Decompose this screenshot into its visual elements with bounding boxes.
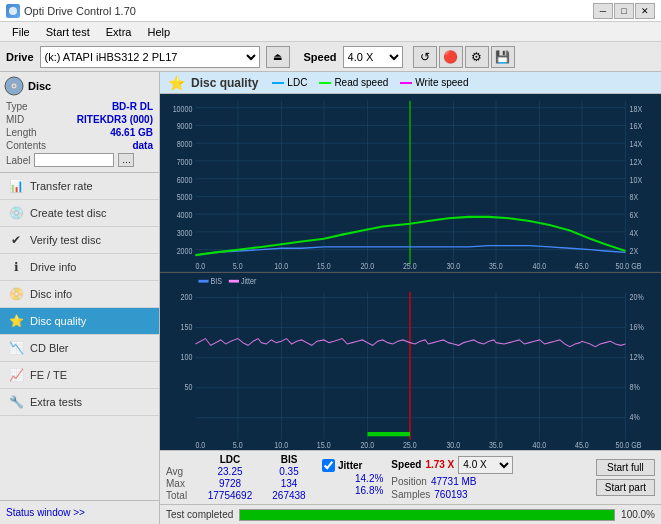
- svg-text:10.0: 10.0: [274, 260, 288, 271]
- close-button[interactable]: ✕: [635, 3, 655, 19]
- nav-disc-info-label: Disc info: [30, 288, 72, 300]
- minimize-button[interactable]: ─: [593, 3, 613, 19]
- nav-items: 📊 Transfer rate 💿 Create test disc ✔ Ver…: [0, 173, 159, 500]
- svg-text:8X: 8X: [630, 191, 639, 202]
- svg-text:5.0: 5.0: [233, 438, 243, 449]
- nav-disc-info[interactable]: 📀 Disc info: [0, 281, 159, 308]
- nav-drive-info[interactable]: ℹ Drive info: [0, 254, 159, 281]
- svg-text:7000: 7000: [177, 156, 193, 167]
- nav-transfer-rate-label: Transfer rate: [30, 180, 93, 192]
- disc-quality-icon: ⭐: [8, 313, 24, 329]
- menu-help[interactable]: Help: [139, 24, 178, 40]
- nav-extra-tests-label: Extra tests: [30, 396, 82, 408]
- total-row: Total 17754692 267438: [166, 490, 314, 501]
- samples-value: 760193: [434, 489, 467, 500]
- fe-te-icon: 📈: [8, 367, 24, 383]
- maximize-button[interactable]: □: [614, 3, 634, 19]
- extra-tests-icon: 🔧: [8, 394, 24, 410]
- label-browse-button[interactable]: …: [118, 153, 134, 167]
- svg-text:0.0: 0.0: [195, 438, 205, 449]
- disc-label-label: Label: [6, 155, 30, 166]
- drive-info-icon: ℹ: [8, 259, 24, 275]
- drive-select[interactable]: (k:) ATAPI iHBS312 2 PL17: [40, 46, 260, 68]
- svg-text:12%: 12%: [630, 351, 645, 362]
- max-bis: 134: [264, 478, 314, 489]
- speed-value: 1.73 X: [425, 459, 454, 470]
- svg-text:5.0: 5.0: [233, 260, 243, 271]
- disc-label-input[interactable]: [34, 153, 114, 167]
- legend-write-speed: Write speed: [400, 77, 468, 88]
- chart2-bis-jitter: BIS Jitter: [160, 273, 661, 451]
- drivebar: Drive (k:) ATAPI iHBS312 2 PL17 ⏏ Speed …: [0, 42, 661, 72]
- svg-text:14X: 14X: [630, 138, 643, 149]
- svg-text:20.0: 20.0: [360, 438, 374, 449]
- speed-row: Speed 1.73 X 4.0 X: [391, 456, 588, 474]
- total-label: Total: [166, 490, 196, 501]
- max-ldc: 9728: [200, 478, 260, 489]
- chart-legend: LDC Read speed Write speed: [272, 77, 468, 88]
- legend-read-dot: [319, 82, 331, 84]
- content-header: ⭐ Disc quality LDC Read speed Write spee…: [160, 72, 661, 94]
- start-full-button[interactable]: Start full: [596, 459, 655, 476]
- jitter-checkbox[interactable]: [322, 459, 335, 472]
- svg-text:40.0: 40.0: [532, 260, 546, 271]
- svg-text:10.0: 10.0: [274, 438, 288, 449]
- nav-extra-tests[interactable]: 🔧 Extra tests: [0, 389, 159, 416]
- jitter-section: Jitter 14.2% 16.8%: [322, 459, 383, 496]
- max-label: Max: [166, 478, 196, 489]
- nav-verify-test-disc[interactable]: ✔ Verify test disc: [0, 227, 159, 254]
- disc-type-row: Type BD-R DL: [4, 100, 155, 113]
- svg-text:3000: 3000: [177, 227, 193, 238]
- refresh-button[interactable]: ↺: [413, 46, 437, 68]
- stats-header-row: LDC BIS: [166, 454, 314, 465]
- svg-text:30.0: 30.0: [446, 438, 460, 449]
- disc-section-title: Disc: [28, 80, 51, 92]
- avg-row: Avg 23.25 0.35: [166, 466, 314, 477]
- settings-button[interactable]: ⚙: [465, 46, 489, 68]
- eject-button[interactable]: ⏏: [266, 46, 290, 68]
- menu-extra[interactable]: Extra: [98, 24, 140, 40]
- app-icon: [6, 4, 20, 18]
- menu-start-test[interactable]: Start test: [38, 24, 98, 40]
- svg-text:50.0 GB: 50.0 GB: [615, 260, 641, 271]
- svg-text:15.0: 15.0: [317, 438, 331, 449]
- svg-text:20%: 20%: [630, 291, 645, 302]
- disc-contents-label: Contents: [6, 140, 46, 151]
- progress-fill: [240, 510, 614, 520]
- svg-text:2000: 2000: [177, 245, 193, 256]
- disc-header: Disc: [4, 76, 155, 96]
- verify-disc-icon: ✔: [8, 232, 24, 248]
- status-window-button[interactable]: Status window >>: [6, 507, 85, 518]
- svg-text:25.0: 25.0: [403, 438, 417, 449]
- save-button[interactable]: 💾: [491, 46, 515, 68]
- transfer-rate-icon: 📊: [8, 178, 24, 194]
- nav-disc-quality[interactable]: ⭐ Disc quality: [0, 308, 159, 335]
- svg-text:8%: 8%: [630, 381, 641, 392]
- legend-ldc-label: LDC: [287, 77, 307, 88]
- menu-file[interactable]: File: [4, 24, 38, 40]
- legend-read-label: Read speed: [334, 77, 388, 88]
- position-label: Position: [391, 476, 427, 487]
- jitter-max-val: 16.8%: [355, 485, 383, 496]
- nav-cd-bler[interactable]: 📉 CD Bler: [0, 335, 159, 362]
- avg-label: Avg: [166, 466, 196, 477]
- svg-point-0: [9, 7, 17, 15]
- create-disc-icon: 💿: [8, 205, 24, 221]
- svg-text:16X: 16X: [630, 120, 643, 131]
- nav-fe-te[interactable]: 📈 FE / TE: [0, 362, 159, 389]
- svg-text:35.0: 35.0: [489, 260, 503, 271]
- drive-label: Drive: [6, 51, 34, 63]
- nav-transfer-rate[interactable]: 📊 Transfer rate: [0, 173, 159, 200]
- start-part-button[interactable]: Start part: [596, 479, 655, 496]
- nav-create-test-disc[interactable]: 💿 Create test disc: [0, 200, 159, 227]
- disc-mid-label: MID: [6, 114, 24, 125]
- max-row: Max 9728 134: [166, 478, 314, 489]
- menubar: File Start test Extra Help: [0, 22, 661, 42]
- svg-text:50.0 GB: 50.0 GB: [615, 438, 641, 449]
- svg-text:15.0: 15.0: [317, 260, 331, 271]
- speed-dropdown[interactable]: 4.0 X: [458, 456, 513, 474]
- speed-select[interactable]: 4.0 X: [343, 46, 403, 68]
- jitter-max-row: 16.8%: [322, 485, 383, 496]
- svg-text:40.0: 40.0: [532, 438, 546, 449]
- burn-button[interactable]: 🔴: [439, 46, 463, 68]
